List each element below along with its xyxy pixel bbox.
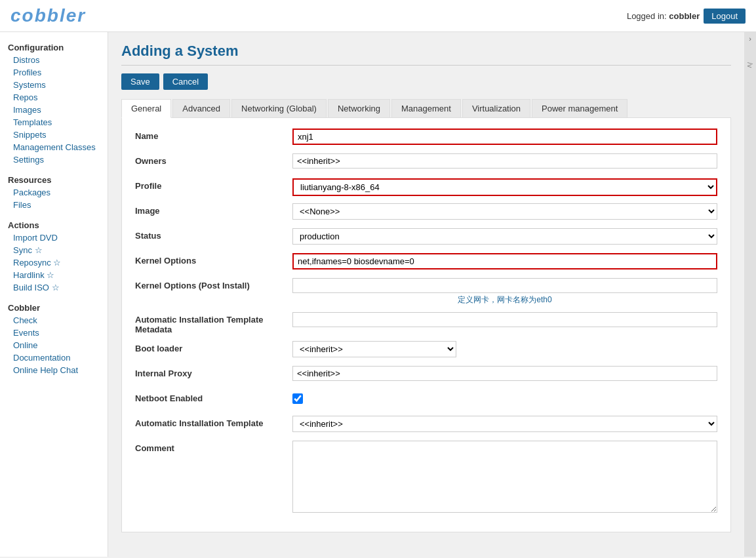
sidebar-images[interactable]: Images: [0, 104, 108, 116]
internal-proxy-input[interactable]: [292, 366, 717, 381]
scroll-label: /v: [746, 62, 754, 68]
logged-in-label: Logged in: cobbler: [627, 11, 700, 21]
sidebar-online[interactable]: Online: [0, 339, 108, 351]
sidebar-templates[interactable]: Templates: [0, 116, 108, 129]
status-row: Status production: [135, 228, 717, 247]
tab-networking-global[interactable]: Networking (Global): [231, 99, 327, 117]
comment-row: Comment: [135, 441, 717, 515]
tab-general[interactable]: General: [121, 99, 171, 118]
scroll-arrow: ›: [749, 35, 751, 43]
status-field-container: production: [292, 228, 717, 245]
owners-row: Owners: [135, 153, 717, 172]
sidebar-check[interactable]: Check: [0, 314, 108, 327]
sidebar-section-title: Actions: [0, 216, 108, 231]
save-button[interactable]: Save: [121, 73, 159, 90]
image-field-container: <<None>>: [292, 203, 717, 220]
kernel-options-post-input[interactable]: [292, 278, 717, 293]
kernel-options-post-field-container: 定义网卡，网卡名称为eth0: [292, 278, 717, 306]
right-scrollbar[interactable]: › /v: [744, 32, 756, 557]
sidebar-settings[interactable]: Settings: [0, 153, 108, 166]
image-row: Image <<None>>: [135, 203, 717, 222]
top-bar: cobbler Logged in: cobbler Logout: [0, 0, 756, 32]
status-label: Status: [135, 228, 292, 241]
tab-advanced[interactable]: Advanced: [172, 99, 230, 117]
comment-field-container: [292, 441, 717, 515]
name-field-container: [292, 129, 717, 145]
main-content: Adding a System Save Cancel General Adva…: [108, 32, 744, 557]
kernel-options-field-container: [292, 253, 717, 269]
auto-install-meta-input[interactable]: [292, 312, 717, 327]
cancel-button[interactable]: Cancel: [163, 73, 208, 90]
sidebar-mgmt-classes[interactable]: Management Classes: [0, 141, 108, 153]
sidebar-snippets[interactable]: Snippets: [0, 129, 108, 141]
boot-loader-field-container: <<inherit>>: [292, 341, 717, 357]
sidebar-section: CheckEventsOnlineDocumentationOnline Hel…: [0, 314, 108, 376]
profile-field-container: liutianyang-8-x86_64: [292, 178, 717, 196]
sidebar-build-iso[interactable]: Build ISO ☆: [0, 281, 108, 294]
sidebar-events[interactable]: Events: [0, 327, 108, 339]
name-input[interactable]: [292, 129, 717, 145]
image-label: Image: [135, 203, 292, 216]
logo: cobbler: [10, 5, 86, 26]
page-title: Adding a System: [121, 43, 731, 66]
sidebar-repos[interactable]: Repos: [0, 91, 108, 104]
name-row: Name: [135, 129, 717, 147]
sidebar-sync[interactable]: Sync ☆: [0, 244, 108, 256]
boot-loader-row: Boot loader <<inherit>>: [135, 341, 717, 359]
sidebar-distros[interactable]: Distros: [0, 54, 108, 66]
auto-install-template-select[interactable]: <<inherit>>: [292, 416, 717, 432]
profile-select[interactable]: liutianyang-8-x86_64: [292, 178, 717, 196]
status-select[interactable]: production: [292, 228, 717, 245]
comment-textarea[interactable]: [292, 441, 717, 513]
boot-loader-select[interactable]: <<inherit>>: [292, 341, 456, 357]
boot-loader-label: Boot loader: [135, 341, 292, 353]
name-label: Name: [135, 129, 292, 141]
sidebar-hardlink[interactable]: Hardlink ☆: [0, 269, 108, 281]
auto-install-template-row: Automatic Installation Template <<inheri…: [135, 416, 717, 434]
owners-label: Owners: [135, 153, 292, 166]
auto-install-meta-label: Automatic Installation Template Metadata: [135, 312, 292, 334]
kernel-options-row: Kernel Options: [135, 253, 717, 271]
sidebar-documentation[interactable]: Documentation: [0, 351, 108, 364]
netboot-enabled-checkbox[interactable]: [292, 393, 303, 404]
kernel-options-post-label: Kernel Options (Post Install): [135, 278, 292, 290]
sidebar-import-dvd[interactable]: Import DVD: [0, 231, 108, 244]
sidebar-packages[interactable]: Packages: [0, 186, 108, 199]
tabs-bar: General Advanced Networking (Global) Net…: [121, 99, 731, 118]
sidebar-section: DistrosProfilesSystemsReposImagesTemplat…: [0, 54, 108, 166]
tab-networking[interactable]: Networking: [328, 99, 390, 117]
auto-install-meta-row: Automatic Installation Template Metadata: [135, 312, 717, 334]
sidebar-profiles[interactable]: Profiles: [0, 66, 108, 79]
owners-input[interactable]: [292, 153, 717, 169]
auto-install-meta-field-container: [292, 312, 717, 327]
tab-power-management[interactable]: Power management: [532, 99, 627, 117]
username-label: cobbler: [669, 11, 700, 21]
auto-install-template-label: Automatic Installation Template: [135, 416, 292, 428]
sidebar-section-title: Cobbler: [0, 299, 108, 314]
tab-management[interactable]: Management: [391, 99, 461, 117]
sidebar-systems[interactable]: Systems: [0, 79, 108, 91]
form-area: Name Owners Profile liutianyang-8-x86_64: [121, 118, 731, 532]
owners-field-container: [292, 153, 717, 169]
sidebar: ConfigurationDistrosProfilesSystemsRepos…: [0, 32, 108, 557]
kernel-options-input[interactable]: [292, 253, 717, 269]
internal-proxy-row: Internal Proxy: [135, 366, 717, 384]
sidebar-section: PackagesFiles: [0, 186, 108, 211]
sidebar-help-chat[interactable]: Online Help Chat: [0, 364, 108, 376]
sidebar-reposync[interactable]: Reposync ☆: [0, 256, 108, 269]
logout-button[interactable]: Logout: [704, 9, 746, 24]
netboot-enabled-label: Netboot Enabled: [135, 391, 292, 403]
logo-text: cobbler: [10, 5, 86, 26]
sidebar-section-title: Resources: [0, 171, 108, 186]
sidebar-section-title: Configuration: [0, 39, 108, 54]
image-select[interactable]: <<None>>: [292, 203, 717, 220]
sidebar-files[interactable]: Files: [0, 199, 108, 211]
action-buttons: Save Cancel: [121, 73, 731, 90]
sidebar-section: Import DVDSync ☆Reposync ☆Hardlink ☆Buil…: [0, 231, 108, 294]
tab-virtualization[interactable]: Virtualization: [462, 99, 530, 117]
kernel-options-post-row: Kernel Options (Post Install) 定义网卡，网卡名称为…: [135, 278, 717, 306]
kernel-options-hint: 定义网卡，网卡名称为eth0: [292, 294, 717, 306]
netboot-enabled-field-container: [292, 391, 717, 406]
profile-label: Profile: [135, 178, 292, 191]
kernel-options-label: Kernel Options: [135, 253, 292, 266]
